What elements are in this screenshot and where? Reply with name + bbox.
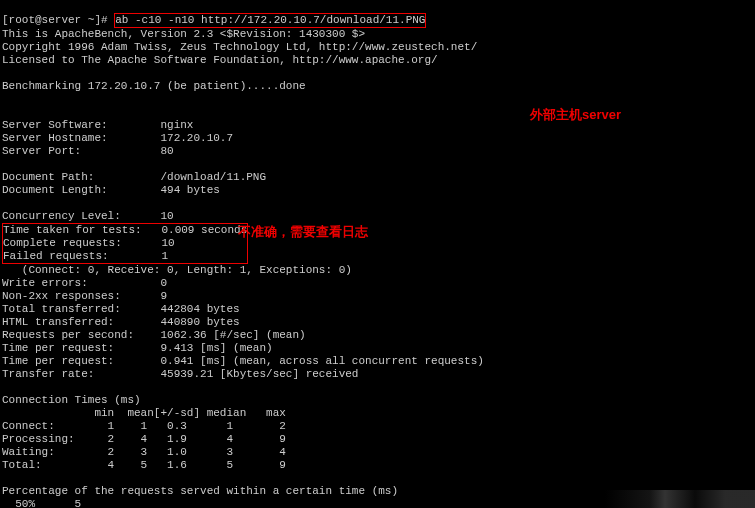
line: Write errors: 0 [2, 277, 167, 289]
line: Time per request: 0.941 [ms] (mean, acro… [2, 355, 484, 367]
line: 50% 5 [2, 498, 81, 508]
line: Requests per second: 1062.36 [#/sec] (me… [2, 329, 306, 341]
line: (Connect: 0, Receive: 0, Length: 1, Exce… [2, 264, 352, 276]
line: Concurrency Level: 10 [2, 210, 174, 222]
line: Connection Times (ms) [2, 394, 141, 406]
line: This is ApacheBench, Version 2.3 <$Revis… [2, 28, 365, 40]
line: Server Hostname: 172.20.10.7 [2, 132, 233, 144]
line: Total: 4 5 1.6 5 9 [2, 459, 286, 471]
results-highlight-box: Time taken for tests: 0.009 seconds Comp… [2, 223, 248, 264]
line: Failed requests: 1 [3, 250, 168, 262]
line: Document Length: 494 bytes [2, 184, 220, 196]
line: Copyright 1996 Adam Twiss, Zeus Technolo… [2, 41, 477, 53]
annotation-external-host: 外部主机server [530, 108, 621, 121]
prompt: [root@server ~]# [2, 14, 114, 26]
line: min mean[+/-sd] median max [2, 407, 286, 419]
line: Time taken for tests: 0.009 seconds [3, 224, 247, 236]
command-highlight-box: ab -c10 -n10 http://172.20.10.7/download… [114, 13, 426, 28]
command-text: ab -c10 -n10 http://172.20.10.7/download… [115, 14, 425, 26]
line: Server Port: 80 [2, 145, 174, 157]
line: Transfer rate: 45939.21 [Kbytes/sec] rec… [2, 368, 358, 380]
line: Connect: 1 1 0.3 1 2 [2, 420, 286, 432]
annotation-inaccurate: 不准确，需要查看日志 [238, 225, 368, 238]
line: Document Path: /download/11.PNG [2, 171, 266, 183]
decorative-smudge [605, 490, 755, 508]
line: HTML transferred: 440890 bytes [2, 316, 240, 328]
line: Benchmarking 172.20.10.7 (be patient)...… [2, 80, 306, 92]
line: Percentage of the requests served within… [2, 485, 398, 497]
line: Total transferred: 442804 bytes [2, 303, 240, 315]
line: Server Software: nginx [2, 119, 193, 131]
line: Time per request: 9.413 [ms] (mean) [2, 342, 273, 354]
line: Licensed to The Apache Software Foundati… [2, 54, 438, 66]
line: Waiting: 2 3 1.0 3 4 [2, 446, 286, 458]
line: Non-2xx responses: 9 [2, 290, 167, 302]
line: Processing: 2 4 1.9 4 9 [2, 433, 286, 445]
line: Complete requests: 10 [3, 237, 175, 249]
terminal-output: [root@server ~]# ab -c10 -n10 http://172… [0, 0, 755, 508]
